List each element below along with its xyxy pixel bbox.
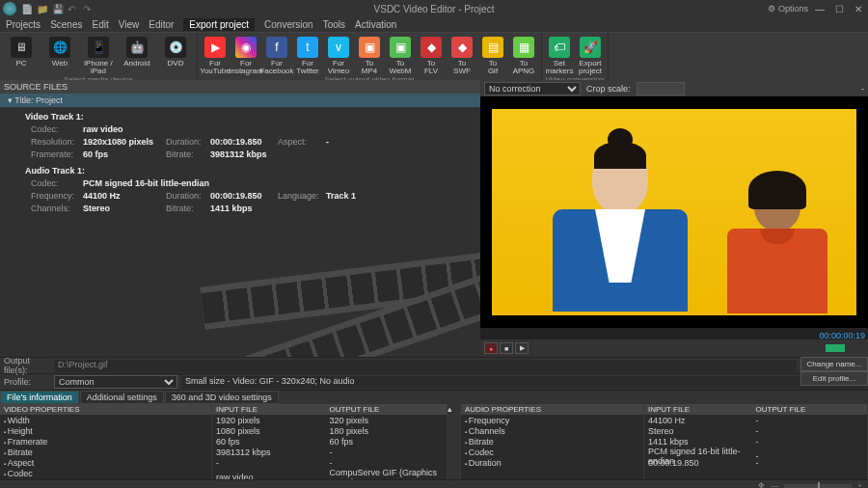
format-vimeo[interactable]: vForVimeo xyxy=(324,35,353,75)
format-gif[interactable]: ▤ToGif xyxy=(478,35,507,75)
prop-row: Width xyxy=(0,415,211,425)
menu-projects[interactable]: Projects xyxy=(6,19,41,30)
crop-scale-label: Crop scale: xyxy=(586,84,631,94)
timecode: 00:00:00:19 xyxy=(819,331,865,340)
video-track-title: Video Track 1: xyxy=(25,112,84,122)
close-button[interactable]: ✕ xyxy=(849,0,868,17)
preview-viewport[interactable] xyxy=(480,96,868,328)
menubar: ProjectsScenesEditViewEditorExport proje… xyxy=(0,17,868,32)
ribbon-conversion-group: 🏷Setmarkers🚀Exportproject Video conversi… xyxy=(542,33,609,80)
output-files-label: Output file(s): xyxy=(0,356,54,375)
options-link[interactable]: ⚙ Options xyxy=(768,4,808,14)
conv-markers[interactable]: 🏷Setmarkers xyxy=(545,35,574,75)
device-iphone-ipad[interactable]: 📱iPhone / iPad xyxy=(80,35,117,75)
audio-track-title: Audio Track 1: xyxy=(25,166,85,176)
filmstrip-decoration xyxy=(202,231,480,357)
menu-scenes[interactable]: Scenes xyxy=(50,19,82,30)
prop-row: Channels xyxy=(461,425,643,436)
format-mp4[interactable]: ▣ToMP4 xyxy=(355,35,384,75)
crop-scale-field[interactable] xyxy=(637,82,685,95)
source-files-header: SOURCE FILES xyxy=(0,80,480,94)
move-tool-icon[interactable]: ✥ xyxy=(758,481,765,488)
prop-row: Duration xyxy=(461,457,643,468)
tab--and-d-video-settings[interactable]: 360 and 3D video settings xyxy=(165,391,279,404)
prop-row: Height xyxy=(0,425,211,436)
audio-props-col: AUDIO PROPERTIES FrequencyChannelsBitrat… xyxy=(461,404,644,479)
menu-activation[interactable]: Activation xyxy=(355,19,396,30)
prop-row: Frequency xyxy=(461,415,643,425)
menu-conversion[interactable]: Conversion xyxy=(264,19,313,30)
correction-select[interactable]: No correction xyxy=(484,82,581,95)
app-logo-icon xyxy=(3,2,16,15)
preview-canvas xyxy=(492,109,856,315)
output-file-field[interactable]: D:\Project.gif xyxy=(54,360,797,372)
maximize-button[interactable]: ☐ xyxy=(829,0,849,17)
prop-row: Framerate xyxy=(0,436,211,447)
video-props-col: VIDEO PROPERTIES WidthHeightFramerateBit… xyxy=(0,404,212,479)
format-swf[interactable]: ◆ToSWF xyxy=(448,35,476,75)
profile-select[interactable]: Common xyxy=(54,375,177,389)
menu-tools[interactable]: Tools xyxy=(323,19,345,30)
menu-export-project[interactable]: Export project xyxy=(183,18,255,31)
format-youtube[interactable]: ▶ForYouTube xyxy=(201,35,230,75)
change-name-button[interactable]: Change name... xyxy=(800,357,868,371)
device-android[interactable]: 🤖Android xyxy=(119,35,155,75)
format-flv[interactable]: ◆ToFLV xyxy=(417,35,446,75)
play-button[interactable]: ▶ xyxy=(515,342,529,354)
playback-controls: ● ■ ▶ xyxy=(480,339,868,357)
quick-access-toolbar[interactable]: 📄📁💾↶↷ xyxy=(21,4,93,14)
profile-desc[interactable]: Small size - Video: GIF - 320x240; No au… xyxy=(181,376,800,389)
volume-slider[interactable] xyxy=(826,344,864,352)
prop-row: Codec xyxy=(0,468,211,478)
format-instagram[interactable]: ◉ForInstagram xyxy=(231,35,260,75)
device-dvd[interactable]: 💿DVD xyxy=(157,35,194,75)
app-title: VSDC Video Editor - Project xyxy=(374,4,495,14)
status-bar: ✥ —+ xyxy=(0,479,868,488)
ribbon: 🖥PC🌐Web📱iPhone / iPad🤖Android💿DVD Select… xyxy=(0,32,868,80)
device-web[interactable]: 🌐Web xyxy=(41,35,78,75)
zoom-slider[interactable] xyxy=(784,484,852,488)
format-webm[interactable]: ▣ToWebM xyxy=(386,35,415,75)
ribbon-formats-group: ▶ForYouTube◉ForInstagramfForFacebooktFor… xyxy=(198,33,542,80)
prop-row: Aspect xyxy=(0,457,211,468)
format-facebook[interactable]: fForFacebook xyxy=(262,35,291,75)
tab-file-s-information[interactable]: File's information xyxy=(0,391,79,404)
menu-edit[interactable]: Edit xyxy=(92,19,108,30)
source-files-panel: SOURCE FILES ▾ Title: Project Video Trac… xyxy=(0,80,480,357)
profile-label: Profile: xyxy=(0,377,54,387)
minimize-button[interactable]: — xyxy=(810,0,829,17)
preview-panel: No correction Crop scale: - 00:00:00:19 … xyxy=(480,80,868,357)
titlebar: 📄📁💾↶↷ VSDC Video Editor - Project ⚙ Opti… xyxy=(0,0,868,17)
format-apng[interactable]: ▦ToAPNG xyxy=(509,35,538,75)
device-pc[interactable]: 🖥PC xyxy=(3,35,40,75)
format-twitter[interactable]: tForTwitter xyxy=(293,35,322,75)
record-button[interactable]: ● xyxy=(484,342,498,354)
stop-button[interactable]: ■ xyxy=(500,342,513,354)
project-title-row[interactable]: ▾ Title: Project xyxy=(0,94,480,107)
scroll-gutter[interactable]: ▴ xyxy=(448,404,461,479)
tab-additional-settings[interactable]: Additional settings xyxy=(80,391,164,404)
ribbon-media-group: 🖥PC🌐Web📱iPhone / iPad🤖Android💿DVD Select… xyxy=(0,33,198,80)
conv-project[interactable]: 🚀Exportproject xyxy=(576,35,605,75)
info-tabs: File's informationAdditional settings360… xyxy=(0,390,868,404)
prop-row: Codec xyxy=(461,447,643,457)
prop-row: Bitrate xyxy=(0,447,211,457)
edit-profile-button[interactable]: Edit profile... xyxy=(800,371,868,386)
prop-row: Bitrate xyxy=(461,436,643,447)
menu-editor[interactable]: Editor xyxy=(149,19,174,30)
menu-view[interactable]: View xyxy=(119,19,140,30)
